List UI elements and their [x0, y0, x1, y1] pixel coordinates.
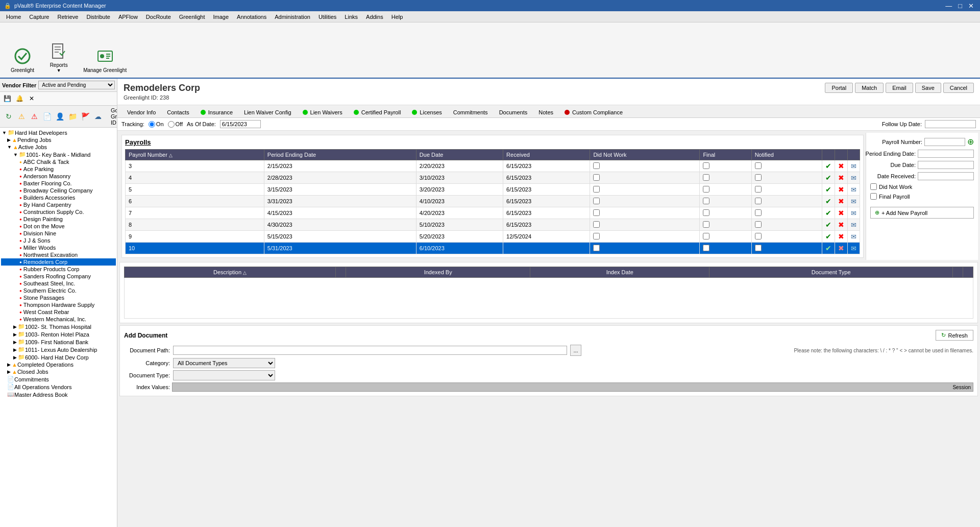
vendor-filter-dropdown[interactable]: Active and Pending All Active Pending: [38, 81, 115, 89]
cell-x-icon[interactable]: ✖: [835, 231, 848, 243]
did-not-work-checkbox[interactable]: [870, 183, 877, 190]
cell-email-icon[interactable]: ✉: [848, 219, 860, 231]
cell-notified[interactable]: [751, 219, 822, 231]
tree-item-pending[interactable]: ▶ ▲ Pending Jobs: [1, 136, 116, 143]
tree-item-broadway[interactable]: ● Broadway Ceiling Company: [1, 187, 116, 194]
dnw-checkbox[interactable]: [593, 186, 600, 193]
cell-email-icon[interactable]: ✉: [848, 172, 860, 184]
tab-lien-waiver-config[interactable]: Lien Waiver Config: [238, 107, 297, 117]
period-ending-input[interactable]: [918, 150, 974, 158]
final-checkbox[interactable]: [703, 233, 709, 239]
tree-item-active[interactable]: ▼ ▲ Active Jobs: [1, 143, 116, 151]
cell-email-icon[interactable]: ✉: [848, 184, 860, 196]
menu-addins[interactable]: Addins: [362, 13, 387, 21]
tree-item-division[interactable]: ● Division Nine: [1, 230, 116, 237]
dnw-checkbox[interactable]: [593, 174, 600, 181]
cell-notified[interactable]: [751, 196, 822, 207]
tree-item-thompson[interactable]: ● Thompson Hardware Supply: [1, 301, 116, 308]
filter-folder-icon[interactable]: 📁: [67, 111, 78, 122]
cell-dnw[interactable]: [590, 196, 700, 207]
menu-greenlight[interactable]: Greenlight: [175, 13, 209, 21]
tree-item-design[interactable]: ● Design Painting: [1, 215, 116, 223]
cell-dnw[interactable]: [590, 207, 700, 219]
table-row[interactable]: 4 2/28/2023 3/10/2023 6/15/2023 ✔ ✖ ✉: [126, 172, 860, 184]
expand-icon[interactable]: ▶: [13, 347, 17, 352]
email-button[interactable]: Email: [886, 83, 913, 93]
tree-item-job-6000[interactable]: ▶ 📁 6000- Hard Hat Dev Corp: [1, 353, 116, 361]
minimize-button[interactable]: —: [943, 2, 954, 10]
notified-checkbox[interactable]: [755, 174, 762, 181]
tree-item-job-1002[interactable]: ▶ 📁 1002- St. Thomas Hospital: [1, 323, 116, 330]
table-row[interactable]: 5 3/15/2023 3/20/2023 6/15/2023 ✔ ✖ ✉: [126, 184, 860, 196]
tab-commitments[interactable]: Commitments: [448, 107, 494, 117]
tree-item-westcoast[interactable]: ● West Coast Rebar: [1, 308, 116, 316]
tree-item-northwest[interactable]: ● Northwest Excavation: [1, 251, 116, 258]
tree-item-job-1003[interactable]: ▶ 📁 1003- Renton Hotel Plaza: [1, 330, 116, 338]
dnw-checkbox[interactable]: [593, 233, 600, 239]
table-row[interactable]: 10 5/31/2023 6/10/2023 ✔ ✖ ✉: [126, 243, 860, 254]
tab-certified-payroll[interactable]: Certified Payroll: [348, 107, 407, 117]
notified-checkbox[interactable]: [755, 221, 762, 228]
cell-final[interactable]: [700, 196, 751, 207]
expand-icon[interactable]: ▼: [13, 152, 18, 157]
ribbon-greenlight[interactable]: Greenlight: [4, 44, 41, 76]
payroll-number-input[interactable]: [924, 138, 965, 146]
expand-icon[interactable]: ▶: [13, 324, 17, 329]
browse-button[interactable]: ...: [570, 345, 581, 356]
notified-checkbox[interactable]: [755, 162, 762, 169]
tree-item-all-vendors[interactable]: 📄 All Operations Vendors: [1, 383, 116, 391]
notified-checkbox[interactable]: [755, 245, 762, 251]
ribbon-reports[interactable]: Reports ▼: [43, 39, 75, 76]
tree-item-byhand[interactable]: ● By Hand Carpentry: [1, 201, 116, 208]
tab-contacts[interactable]: Contacts: [161, 107, 194, 117]
cell-final[interactable]: [700, 160, 751, 172]
final-checkbox[interactable]: [703, 186, 709, 193]
menu-utilities[interactable]: Utilities: [314, 13, 340, 21]
tree-item-root[interactable]: ▼ 📁 Hard Hat Developers: [1, 129, 116, 136]
filter-cloud-icon[interactable]: ☁: [92, 111, 104, 122]
tab-insurance[interactable]: Insurance: [195, 107, 238, 117]
notified-checkbox[interactable]: [755, 186, 762, 193]
cancel-button[interactable]: Cancel: [943, 83, 974, 93]
due-date-input[interactable]: [918, 161, 974, 169]
reports-dropdown[interactable]: ▼: [57, 68, 61, 73]
save-button[interactable]: Save: [915, 83, 941, 93]
expand-icon[interactable]: ▶: [7, 369, 11, 374]
tree-item-southern[interactable]: ● Southern Electric Co.: [1, 287, 116, 294]
expand-icon[interactable]: ▼: [7, 145, 12, 150]
filter-user-icon[interactable]: 👤: [54, 111, 65, 122]
final-checkbox[interactable]: [703, 245, 709, 251]
cell-x-icon[interactable]: ✖: [835, 196, 848, 207]
expand-icon[interactable]: ▼: [2, 130, 7, 135]
notified-checkbox[interactable]: [755, 233, 762, 239]
menu-apflow[interactable]: APFlow: [114, 13, 142, 21]
tab-vendor-info[interactable]: Vendor Info: [121, 107, 161, 117]
tree-item-dot[interactable]: ● Dot on the Move: [1, 223, 116, 230]
cell-dnw[interactable]: [590, 172, 700, 184]
filter-warning-icon[interactable]: ⚠: [16, 111, 27, 122]
cell-check-icon[interactable]: ✔: [822, 219, 835, 231]
cell-dnw[interactable]: [590, 243, 700, 254]
notified-checkbox[interactable]: [755, 209, 762, 216]
refresh-button[interactable]: ↻ Refresh: [936, 330, 973, 341]
menu-home[interactable]: Home: [2, 13, 25, 21]
tree-item-job-1011[interactable]: ▶ 📁 1011- Lexus Auto Dealership: [1, 346, 116, 353]
tree-item-job-1001[interactable]: ▼ 📁 1001- Key Bank - Midland: [1, 151, 116, 158]
table-row[interactable]: 9 5/15/2023 5/20/2023 12/5/2024 ✔ ✖ ✉: [126, 231, 860, 243]
cell-email-icon[interactable]: ✉: [848, 196, 860, 207]
cell-notified[interactable]: [751, 172, 822, 184]
cell-x-icon[interactable]: ✖: [835, 219, 848, 231]
category-select[interactable]: All Document Types: [173, 358, 275, 368]
doc-path-input[interactable]: [173, 346, 567, 355]
cell-check-icon[interactable]: ✔: [822, 184, 835, 196]
follow-up-input[interactable]: [925, 120, 976, 128]
cell-check-icon[interactable]: ✔: [822, 243, 835, 254]
filter-refresh-icon[interactable]: ↻: [3, 111, 14, 122]
tree-item-western[interactable]: ● Western Mechanical, Inc.: [1, 316, 116, 323]
maximize-button[interactable]: □: [956, 2, 964, 10]
tree-item-rubber[interactable]: ● Rubber Products Corp: [1, 266, 116, 273]
expand-icon[interactable]: ▶: [7, 362, 11, 367]
cell-email-icon[interactable]: ✉: [848, 231, 860, 243]
expand-icon[interactable]: ▶: [7, 137, 11, 142]
cell-check-icon[interactable]: ✔: [822, 231, 835, 243]
